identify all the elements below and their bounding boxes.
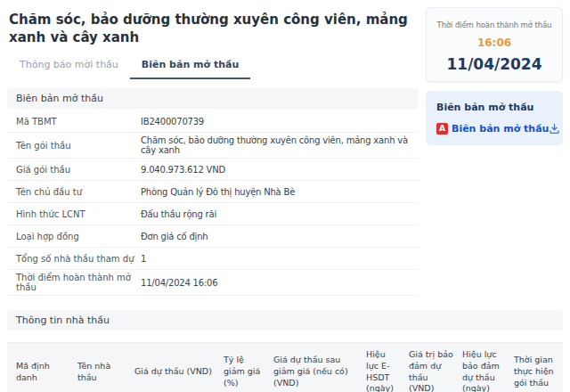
page-title: Chăm sóc, bảo dưỡng thường xuyên công vi… (9, 0, 419, 46)
completion-time-label: Thời điểm hoàn thành mở thầu (432, 20, 557, 29)
info-label: Tổng số nhà thầu tham dự (7, 254, 141, 264)
col-header-ty-le-giam-gia: Tỷ lệ giảm giá (%) (219, 343, 269, 392)
tab-bien-ban-mo-thau[interactable]: Biên bản mở thầu (130, 53, 250, 79)
info-row-ma-tbmt: Mã TBMT IB2400070739 (7, 110, 419, 133)
col-header-thoi-gian-thuc-hien: Thời gian thực hiện gói thầu (509, 343, 563, 392)
completion-time-card: Thời điểm hoàn thành mở thầu 16:06 11/04… (426, 7, 563, 82)
side-column: Thời điểm hoàn thành mở thầu 16:06 11/04… (426, 0, 563, 145)
info-label: Loại hợp đồng (7, 232, 141, 241)
info-value: 11/04/2024 16:06 (141, 278, 419, 288)
section-title-contractor-info: Thông tin nhà thầu (7, 310, 563, 331)
col-header-hieu-luc-ehsdt: Hiệu lực E-HSDT (ngày) (362, 343, 404, 392)
info-value: Đấu thầu rộng rãi (141, 209, 419, 219)
section-title-bid-opening: Biên bản mở thầu (7, 88, 419, 109)
info-value: Chăm sóc, bảo dưỡng thường xuyên công vi… (141, 135, 419, 155)
info-value: IB2400070739 (141, 117, 419, 127)
col-header-gia-sau-giam-gia: Giá dự thầu sau giảm giá (nếu có) (VND) (269, 343, 362, 392)
page-root: Chăm sóc, bảo dưỡng thường xuyên công vi… (0, 0, 570, 392)
col-header-ten-nha-thau: Tên nhà thầu (73, 343, 130, 392)
info-row-hinh-thuc-lcnt: Hình thức LCNT Đấu thầu rộng rãi (7, 203, 419, 225)
main-column: Chăm sóc, bảo dưỡng thường xuyên công vi… (7, 0, 419, 296)
info-value: Đơn giá cố định (141, 232, 419, 241)
info-label: Giá gói thầu (7, 165, 141, 175)
contractor-table: Mã định danh Tên nhà thầu Giá dự thầu (V… (7, 342, 563, 392)
col-header-gia-tri-bao-dam: Giá trị bảo đảm dự thầu (VND) (404, 343, 458, 392)
info-value: 9.040.973.612 VND (141, 165, 419, 175)
table-header-row: Mã định danh Tên nhà thầu Giá dự thầu (V… (7, 343, 563, 392)
info-row-gia-goi-thau: Giá gói thầu 9.040.973.612 VND (7, 159, 419, 181)
document-file-link[interactable]: Biên bản mở thầu (452, 123, 549, 135)
top-area: Chăm sóc, bảo dưỡng thường xuyên công vi… (7, 0, 563, 296)
info-row-ten-goi-thau: Tên gói thầu Chăm sóc, bảo dưỡng thường … (7, 133, 419, 159)
completion-date-value: 11/04/2024 (432, 55, 557, 73)
info-label: Tên gói thầu (7, 141, 141, 151)
pdf-icon: A (436, 123, 448, 135)
info-label: Hình thức LCNT (7, 209, 141, 219)
info-value: Phòng Quản lý Đô thị huyện Nhà Bè (141, 187, 419, 197)
col-header-gia-du-thau: Giá dự thầu (VND) (130, 343, 219, 392)
tab-bar: Thông báo mời thầu Biên bản mở thầu (8, 53, 419, 79)
completion-time-value: 16:06 (432, 37, 557, 49)
info-row-loai-hop-dong: Loại hợp đồng Đơn giá cố định (7, 225, 419, 248)
bid-opening-document-card: Biên bản mở thầu A Biên bản mở thầu (426, 91, 563, 145)
download-icon (549, 123, 560, 135)
info-value: 1 (141, 254, 419, 264)
bid-opening-info-list: Mã TBMT IB2400070739 Tên gói thầu Chăm s… (7, 110, 419, 296)
info-row-thoi-diem-hoan-thanh: Thời điểm hoàn thành mở thầu 11/04/2024 … (7, 270, 419, 296)
col-header-ma-dinh-danh: Mã định danh (7, 343, 73, 392)
info-label: Tên chủ đầu tư (7, 187, 141, 197)
info-row-ten-chu-dau-tu: Tên chủ đầu tư Phòng Quản lý Đô thị huyệ… (7, 181, 419, 203)
document-card-title: Biên bản mở thầu (436, 102, 552, 113)
col-header-hieu-luc-bao-dam: Hiệu lực bảo đảm dự thầu (ngày) (458, 343, 509, 392)
info-label: Mã TBMT (7, 117, 141, 127)
document-file-row: A Biên bản mở thầu (436, 123, 552, 135)
info-row-tong-so-nha-thau: Tổng số nhà thầu tham dự 1 (7, 248, 419, 270)
info-label: Thời điểm hoàn thành mở thầu (7, 273, 141, 292)
download-button[interactable] (549, 123, 560, 135)
tab-thong-bao-moi-thau[interactable]: Thông báo mời thầu (8, 53, 130, 79)
